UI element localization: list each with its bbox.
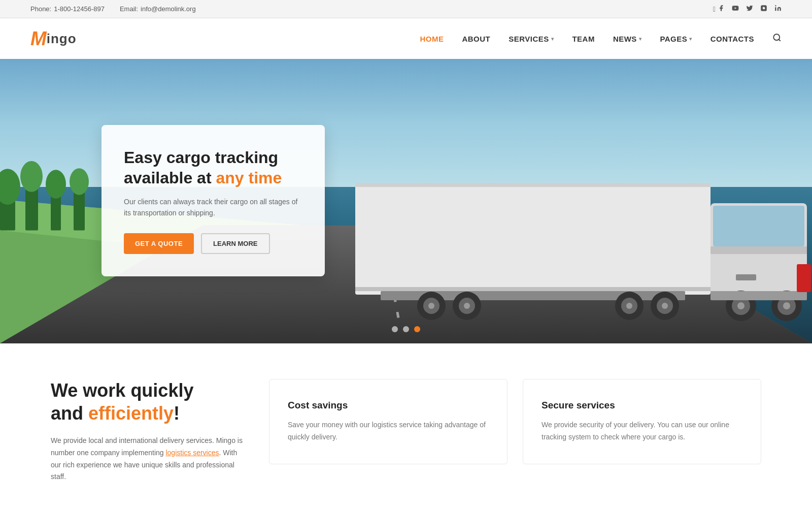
top-bar-contact: Phone: 1-800-12456-897 Email: info@demol… bbox=[30, 5, 196, 13]
logistics-link[interactable]: logistics services bbox=[165, 449, 219, 457]
slide-dot-3[interactable] bbox=[414, 326, 420, 332]
logo-text: ingo bbox=[47, 31, 77, 47]
hero-card: Easy cargo tracking available at any tim… bbox=[101, 125, 325, 276]
phone-number: 1-800-12456-897 bbox=[54, 5, 105, 13]
get-quote-button[interactable]: GET A QUOTE bbox=[124, 233, 194, 254]
social-links:  bbox=[713, 5, 782, 13]
slide-dot-2[interactable] bbox=[403, 326, 409, 332]
youtube-icon[interactable] bbox=[732, 5, 739, 13]
svg-point-44 bbox=[783, 302, 790, 309]
nav-services[interactable]: SERVICES ▾ bbox=[509, 35, 554, 43]
svg-rect-37 bbox=[710, 246, 807, 254]
secure-card-title: Secure services bbox=[542, 400, 742, 411]
svg-line-4 bbox=[779, 39, 780, 41]
svg-point-12 bbox=[0, 169, 20, 205]
hero-truck bbox=[355, 173, 812, 325]
secure-card-desc: We provide security of your delivery. Yo… bbox=[542, 419, 742, 443]
linkedin-icon[interactable] bbox=[774, 5, 782, 13]
phone-label: Phone: bbox=[30, 5, 51, 13]
svg-point-31 bbox=[626, 303, 632, 309]
features-intro: We work quickly and efficiently! We prov… bbox=[51, 379, 244, 483]
main-nav: HOME ABOUT SERVICES ▾ TEAM NEWS ▾ PAGES … bbox=[420, 33, 782, 45]
features-title: We work quickly and efficiently! bbox=[51, 379, 244, 425]
feature-card-cost: Cost savings Save your money with our lo… bbox=[269, 379, 507, 464]
features-cards: Cost savings Save your money with our lo… bbox=[269, 379, 761, 464]
feature-card-secure: Secure services We provide security of y… bbox=[523, 379, 761, 464]
nav-news[interactable]: NEWS ▾ bbox=[613, 35, 642, 43]
svg-point-25 bbox=[428, 303, 434, 309]
svg-point-3 bbox=[773, 34, 780, 40]
hero-description: Our clients can always track their cargo… bbox=[124, 196, 300, 219]
phone-info: Phone: 1-800-12456-897 bbox=[30, 5, 105, 13]
cost-card-desc: Save your money with our logistics servi… bbox=[288, 419, 489, 443]
slide-dot-1[interactable] bbox=[392, 326, 398, 332]
twitter-icon[interactable] bbox=[746, 5, 753, 13]
main-header: M ingo HOME ABOUT SERVICES ▾ TEAM NEWS ▾… bbox=[0, 18, 812, 59]
hero-title: Easy cargo tracking available at any tim… bbox=[124, 147, 300, 188]
logo-icon: M bbox=[30, 28, 47, 50]
hero-section: Easy cargo tracking available at any tim… bbox=[0, 59, 812, 343]
svg-point-16 bbox=[46, 170, 66, 199]
svg-point-18 bbox=[70, 168, 89, 195]
services-chevron-icon: ▾ bbox=[551, 36, 554, 42]
svg-rect-38 bbox=[736, 274, 756, 280]
instagram-icon[interactable] bbox=[760, 5, 767, 13]
svg-rect-20 bbox=[355, 183, 710, 187]
news-chevron-icon: ▾ bbox=[639, 36, 642, 42]
learn-more-button[interactable]: LEARN MORE bbox=[201, 233, 269, 254]
svg-point-34 bbox=[662, 303, 668, 309]
search-icon[interactable] bbox=[772, 33, 782, 45]
svg-point-2 bbox=[775, 5, 776, 6]
features-description: We provide local and international deliv… bbox=[51, 435, 244, 483]
nav-pages[interactable]: PAGES ▾ bbox=[660, 35, 692, 43]
facebook-icon[interactable]:  bbox=[713, 5, 725, 13]
slider-dots bbox=[392, 326, 420, 332]
email-info: Email: info@demolink.org bbox=[120, 5, 196, 13]
svg-rect-19 bbox=[355, 183, 710, 295]
svg-rect-46 bbox=[797, 264, 811, 292]
nav-home[interactable]: HOME bbox=[420, 35, 444, 43]
logo[interactable]: M ingo bbox=[30, 28, 77, 50]
features-section: We work quickly and efficiently! We prov… bbox=[0, 343, 812, 508]
svg-point-14 bbox=[20, 161, 43, 192]
nav-about[interactable]: ABOUT bbox=[462, 35, 490, 43]
email-label: Email: bbox=[120, 5, 138, 13]
cost-card-title: Cost savings bbox=[288, 400, 489, 411]
svg-point-41 bbox=[737, 302, 745, 309]
top-bar: Phone: 1-800-12456-897 Email: info@demol… bbox=[0, 0, 812, 18]
hero-actions: GET A QUOTE LEARN MORE bbox=[124, 233, 300, 254]
svg-point-28 bbox=[464, 303, 470, 309]
pages-chevron-icon: ▾ bbox=[689, 36, 692, 42]
nav-contacts[interactable]: CONTACTS bbox=[710, 35, 754, 43]
svg-rect-36 bbox=[713, 206, 804, 246]
email-address: info@demolink.org bbox=[141, 5, 196, 13]
svg-rect-21 bbox=[355, 287, 710, 291]
svg-rect-45 bbox=[710, 291, 807, 300]
nav-team[interactable]: TEAM bbox=[572, 35, 595, 43]
